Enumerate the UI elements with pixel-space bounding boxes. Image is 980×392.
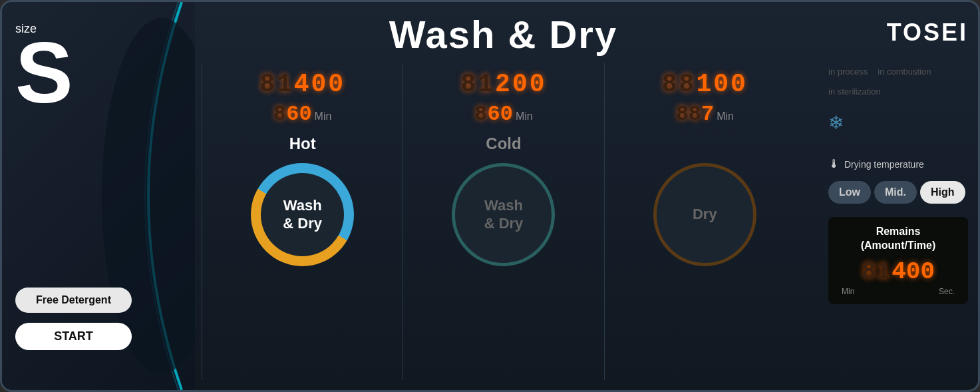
brand-name: TOSEI <box>887 19 968 47</box>
circle-wash-dry-hot[interactable]: Wash& Dry <box>251 163 354 266</box>
left-panel: size S Free Detergent START <box>2 2 195 390</box>
col-cold: 81200 860 Min Cold Wash& Dry <box>403 63 604 380</box>
price-dim-dry: 88 <box>662 70 697 98</box>
status-in-sterilization: in sterilization <box>828 87 881 97</box>
col-dry: 88100 887 Min — Dry <box>605 63 805 380</box>
right-panel: TOSEI in process in combustion in steril… <box>818 2 978 390</box>
start-button[interactable]: START <box>15 323 132 350</box>
status-row: in process in combustion <box>828 67 931 77</box>
timer-unit-hot: Min <box>315 110 332 122</box>
circle-dry[interactable]: Dry <box>653 163 756 266</box>
circle-inner-hot: Wash& Dry <box>261 173 344 256</box>
timer-dim-dry: 88 <box>676 102 701 126</box>
temp-btn-mid[interactable]: Mid. <box>874 181 917 204</box>
price-display-dry: 88100 <box>662 70 748 98</box>
price-bright-dry: 100 <box>696 70 747 98</box>
status-in-combustion: in combustion <box>878 67 931 77</box>
timer-row-cold: 860 Min <box>474 102 532 126</box>
status-in-process: in process <box>828 67 868 77</box>
size-value: S <box>15 29 73 116</box>
price-display-hot: 81400 <box>259 70 345 98</box>
timer-unit-dry: Min <box>717 110 734 122</box>
columns-area: 81400 860 Min Hot Wash& Dry 81200 <box>202 63 805 380</box>
temp-btn-high[interactable]: High <box>920 181 965 204</box>
temp-label-dry: — <box>697 134 713 153</box>
timer-bright-cold: 60 <box>488 102 513 126</box>
remains-labels: Min Sec. <box>838 287 958 296</box>
remains-sec-label: Sec. <box>939 287 955 296</box>
circle-wash-dry-cold[interactable]: Wash& Dry <box>452 163 555 266</box>
main-content: Wash & Dry 81400 860 Min Hot Wash& Dry <box>195 2 818 390</box>
timer-dim-cold: 8 <box>474 102 487 126</box>
remains-box: Remains(Amount/Time) 81400 Min Sec. <box>828 217 968 304</box>
drying-temp-label: 🌡 Drying temperature <box>828 157 924 171</box>
thermometer-icon: 🌡 <box>828 157 840 171</box>
timer-unit-cold: Min <box>516 110 533 122</box>
temp-btn-low[interactable]: Low <box>828 181 871 204</box>
col-hot: 81400 860 Min Hot Wash& Dry <box>202 63 403 380</box>
temp-buttons: Low Mid. High <box>828 181 965 204</box>
circle-text-cold: Wash& Dry <box>484 197 524 232</box>
remains-min-label: Min <box>842 287 854 296</box>
remains-bright: 400 <box>892 258 935 286</box>
price-display-cold: 81200 <box>460 70 546 98</box>
remains-display: 81400 <box>838 258 958 286</box>
page-title: Wash & Dry <box>202 12 805 57</box>
drying-temp-text: Drying temperature <box>844 159 924 170</box>
timer-bright-hot: 60 <box>286 102 311 126</box>
timer-dim-hot: 8 <box>273 102 286 126</box>
remains-title: Remains(Amount/Time) <box>838 225 958 253</box>
machine-panel: size S Free Detergent START Wash & Dry 8… <box>0 0 980 392</box>
timer-bright-dry: 7 <box>701 102 714 126</box>
temp-label-cold: Cold <box>486 134 521 153</box>
price-dim-hot: 81 <box>259 70 294 98</box>
circle-text-hot: Wash& Dry <box>283 197 322 232</box>
circle-text-dry: Dry <box>693 206 717 223</box>
price-bright-cold: 200 <box>495 70 546 98</box>
action-buttons: Free Detergent START <box>15 288 132 350</box>
timer-row-dry: 887 Min <box>676 102 734 126</box>
free-detergent-button[interactable]: Free Detergent <box>15 288 132 313</box>
temp-label-hot: Hot <box>289 134 316 153</box>
price-dim-cold: 81 <box>460 70 495 98</box>
remains-dim: 81 <box>862 258 890 286</box>
timer-row-hot: 860 Min <box>273 102 331 126</box>
price-bright-hot: 400 <box>294 70 345 98</box>
snowflake-icon: ❄ <box>828 112 844 134</box>
